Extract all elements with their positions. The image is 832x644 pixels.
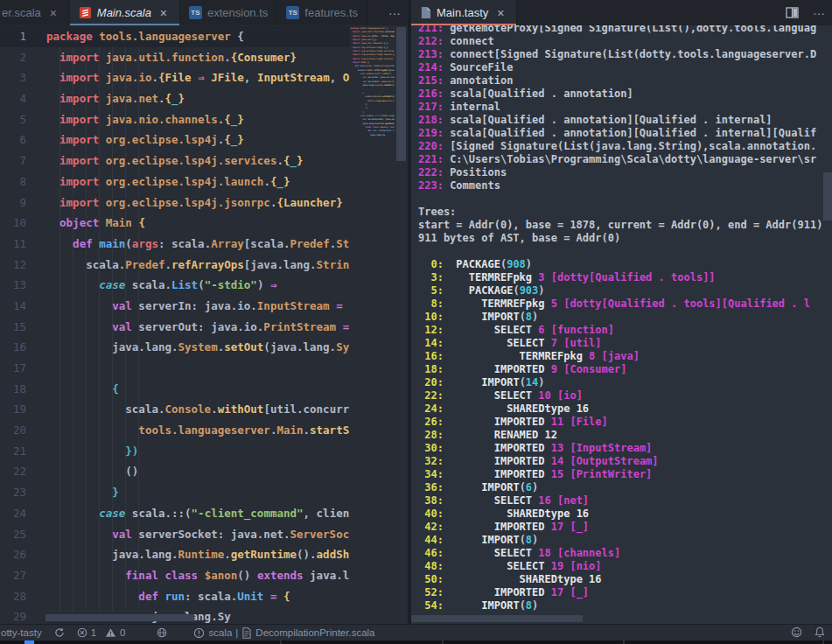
line-number: 16 bbox=[0, 337, 26, 358]
live-share-button[interactable] bbox=[157, 627, 167, 638]
line-number: 4 bbox=[0, 88, 26, 109]
tasty-line: 38: SELECT 16 [net] bbox=[418, 494, 832, 508]
line-number: 19 bbox=[0, 399, 26, 420]
tasty-line: 28: RENAMED 12 bbox=[418, 429, 832, 442]
tasty-line: 212: connect bbox=[418, 35, 832, 48]
split-editor-icon bbox=[786, 7, 799, 18]
tasty-line bbox=[418, 192, 832, 206]
line-number: 20 bbox=[0, 420, 26, 441]
vertical-scrollbar[interactable] bbox=[396, 27, 406, 161]
smiley-icon bbox=[791, 626, 802, 638]
source-file-icon bbox=[241, 627, 252, 639]
vertical-scrollbar-track bbox=[395, 25, 408, 624]
tasty-line: 30: IMPORTED 13 [InputStream] bbox=[418, 442, 832, 455]
tab-main-tasty[interactable]: Main.tasty × bbox=[411, 0, 517, 25]
tasty-line: 12: SELECT 6 [function] bbox=[418, 324, 832, 337]
tab-label: extension.ts bbox=[207, 6, 268, 19]
code-line: 20 tools.languageserver.Main.startS bbox=[0, 420, 408, 441]
tasty-line: 219: scala[Qualified . annotation][Quali… bbox=[418, 127, 832, 140]
indent-guide bbox=[112, 46, 113, 612]
tasty-line: 14: SELECT 7 [util] bbox=[418, 337, 832, 350]
code-line: 6 import org.eclipse.lsp4j.{_} bbox=[0, 130, 408, 150]
bottom-strip bbox=[0, 640, 832, 644]
indent-guide bbox=[86, 46, 87, 612]
indent-guide bbox=[73, 46, 73, 612]
split-editor-button[interactable] bbox=[779, 0, 806, 25]
errors-count: 1 bbox=[91, 627, 96, 638]
line-number: 25 bbox=[0, 524, 26, 545]
sync-button[interactable] bbox=[54, 627, 65, 638]
editor-left[interactable]: 1package tools.languageserver {2 import … bbox=[0, 25, 408, 624]
line-number: 9 bbox=[0, 192, 26, 214]
tasty-line: 223: Comments bbox=[418, 179, 832, 192]
horizontal-scrollbar[interactable] bbox=[411, 615, 583, 622]
tab-bar-right: Main.tasty × ··· bbox=[411, 0, 832, 25]
code-line: 1package tools.languageserver { bbox=[0, 26, 408, 47]
code-line: 16 java.lang.System.setOut(java.lang.Sy bbox=[0, 337, 408, 358]
more-actions-button[interactable]: ··· bbox=[806, 0, 832, 25]
code-line: 26 java.lang.Runtime.getRuntime().addSh bbox=[0, 544, 408, 565]
taskbar-tick bbox=[280, 640, 282, 644]
notifications-button[interactable] bbox=[815, 626, 825, 640]
tab-label: er.scala bbox=[2, 6, 41, 19]
line-number: 7 bbox=[0, 150, 26, 172]
code-line: 18 { bbox=[0, 379, 408, 400]
code-line: 21 }) bbox=[0, 441, 408, 462]
code-line: 2 import java.util.function.{Consumer} bbox=[0, 47, 408, 68]
tasty-line: 26: IMPORTED 11 [File] bbox=[418, 416, 832, 429]
typescript-icon: TS bbox=[189, 6, 202, 19]
line-number: 18 bbox=[0, 379, 26, 400]
code-line: 3 import java.io.{File ⇒ JFile, InputStr… bbox=[0, 67, 408, 88]
tasty-line: 34: IMPORTED 15 [PrintWriter] bbox=[418, 468, 832, 481]
sync-icon bbox=[54, 627, 65, 638]
typescript-icon: TS bbox=[286, 6, 299, 19]
warnings-count: 0 bbox=[120, 627, 125, 638]
problems-item[interactable]: 1 0 bbox=[77, 627, 126, 638]
horizontal-scrollbar[interactable] bbox=[45, 614, 194, 621]
indent-guide bbox=[99, 46, 100, 612]
taskbar-tick bbox=[623, 640, 625, 644]
git-branch-item[interactable]: otty-tasty bbox=[1, 627, 42, 638]
feedback-button[interactable] bbox=[791, 626, 802, 640]
tasty-line: 911 bytes of AST, base = Addr(0) bbox=[418, 232, 832, 245]
close-icon[interactable]: × bbox=[493, 6, 507, 20]
tab-er-scala[interactable]: er.scala × bbox=[0, 0, 70, 25]
minimap[interactable]: package tools.languageserver { import ja… bbox=[350, 25, 395, 624]
divider: | bbox=[235, 627, 238, 638]
line-number: 22 bbox=[0, 461, 26, 482]
tasty-line: 42: IMPORTED 17 [_] bbox=[418, 521, 832, 534]
tasty-line: 222: Positions bbox=[418, 166, 832, 179]
tasty-line: 8: TERMREFpkg 5 [dotty[Qualified . tools… bbox=[418, 298, 832, 311]
tab-main-scala[interactable]: Main.scala × bbox=[70, 0, 180, 25]
vertical-scrollbar[interactable] bbox=[823, 172, 832, 220]
line-number: 29 bbox=[0, 606, 26, 624]
tasty-line: 5: PACKAGE(903) bbox=[418, 284, 832, 298]
code-line: 22 () bbox=[0, 461, 408, 482]
errors-icon bbox=[77, 627, 87, 638]
tasty-line: 32: IMPORTED 14 [OutputStream] bbox=[418, 455, 832, 468]
code-line: 4 import java.net.{_} bbox=[0, 88, 408, 109]
line-number: 23 bbox=[0, 482, 26, 503]
close-icon[interactable]: × bbox=[46, 6, 60, 20]
editor-group-left: er.scala × Main.scala × bbox=[0, 0, 408, 624]
close-icon[interactable]: × bbox=[157, 6, 171, 20]
line-number: 1 bbox=[0, 26, 26, 47]
indent-guide bbox=[59, 46, 60, 612]
tab-features-ts[interactable]: TS features.ts bbox=[277, 0, 367, 25]
minimap-line: java.lang.Sy bbox=[350, 134, 395, 137]
line-number: 21 bbox=[0, 441, 26, 462]
tab-label: Main.scala bbox=[97, 6, 151, 19]
line-number: 24 bbox=[0, 503, 26, 524]
editor-right[interactable]: 211: getRemoteProxy[Signed Signature(Lis… bbox=[411, 25, 832, 624]
line-number: 12 bbox=[0, 255, 26, 276]
language-status-item[interactable]: scala | DecompilationPrinter.scala bbox=[193, 627, 374, 639]
tasty-line: 20: IMPORT(14) bbox=[418, 376, 832, 389]
tab-extension-ts[interactable]: TS extension.ts bbox=[180, 0, 277, 25]
more-actions-button[interactable]: ··· bbox=[381, 0, 408, 25]
line-number: 6 bbox=[0, 130, 26, 150]
code-line: 14 val serverIn: java.io.InputStream = j bbox=[0, 296, 408, 317]
tasty-line: 220: [Signed Signature(List(java.lang.St… bbox=[418, 140, 832, 153]
code-line: 24 case scala.::("-client_command", clie… bbox=[0, 503, 408, 524]
tasty-line: 215: annotation bbox=[418, 74, 832, 88]
tasty-line: 52: IMPORTED 17 [_] bbox=[418, 586, 832, 599]
